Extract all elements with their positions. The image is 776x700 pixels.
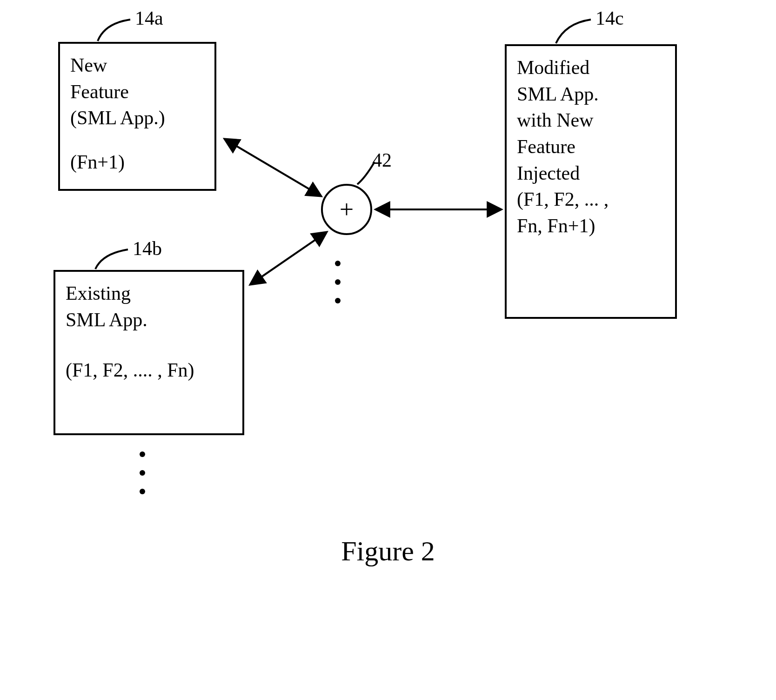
box-c-line2: SML App. — [517, 81, 665, 108]
ref-label-14c: 14c — [595, 7, 624, 29]
plus-icon: + — [340, 195, 354, 224]
box-c-line5: Injected — [517, 160, 665, 187]
ref-label-14a: 14a — [135, 7, 163, 29]
ref-label-42: 42 — [372, 149, 392, 171]
ellipsis-dot — [335, 261, 341, 266]
figure-caption: Figure 2 — [0, 535, 776, 567]
box-c-line1: Modified — [517, 54, 665, 81]
box-b-line3: (F1, F2, .... , Fn) — [66, 357, 232, 384]
box-b-line1: Existing — [66, 280, 232, 307]
box-modified-app: Modified SML App. with New Feature Injec… — [505, 44, 677, 319]
box-a-line4: (Fn+1) — [70, 149, 204, 175]
box-existing-app: Existing SML App. (F1, F2, .... , Fn) — [54, 270, 244, 435]
callout-14b — [95, 249, 128, 269]
box-c-line4: Feature — [517, 134, 665, 160]
box-a-line1: New — [70, 52, 204, 79]
box-a-line2: Feature — [70, 79, 204, 105]
ref-label-14b: 14b — [133, 237, 162, 260]
ellipsis-dot — [335, 279, 341, 285]
combiner-plus: + — [321, 184, 372, 235]
callout-14c — [556, 20, 591, 43]
ellipsis-dot — [335, 298, 341, 303]
callout-14a — [98, 20, 130, 41]
box-c-line6: (F1, F2, ... , — [517, 186, 665, 213]
box-c-line3: with New — [517, 107, 665, 134]
arrow-b-to-plus — [251, 233, 326, 284]
ellipsis-dot — [140, 451, 145, 457]
ellipsis-dot — [140, 489, 145, 494]
arrow-a-to-plus — [226, 140, 320, 195]
box-c-line7: Fn, Fn+1) — [517, 213, 665, 239]
box-new-feature: New Feature (SML App.) (Fn+1) — [58, 42, 216, 191]
box-b-line2: SML App. — [66, 307, 232, 333]
box-a-line3: (SML App.) — [70, 105, 204, 131]
ellipsis-dot — [140, 470, 145, 476]
